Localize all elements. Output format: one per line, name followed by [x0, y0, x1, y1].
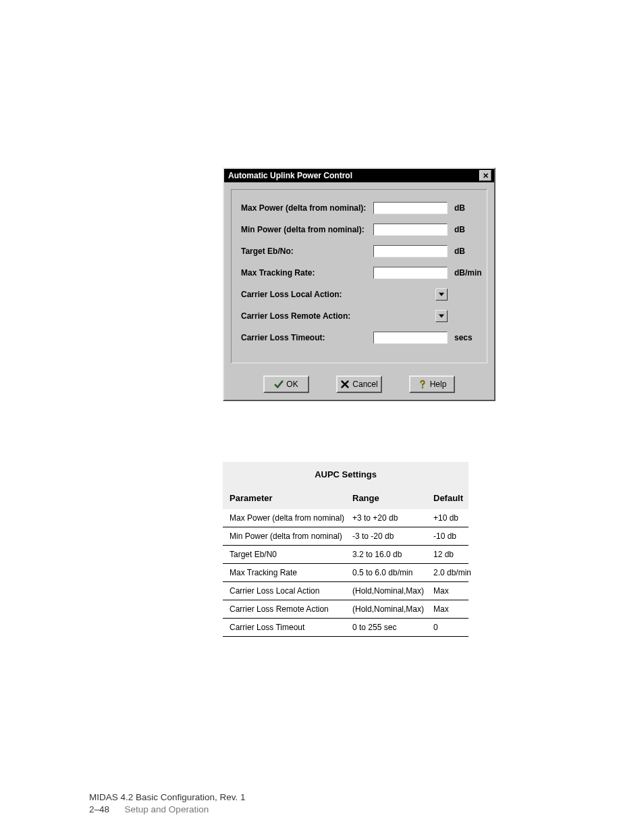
page-number: 2–48 — [89, 804, 109, 814]
help-icon — [418, 380, 427, 389]
field-label: Target Eb/No: — [241, 246, 369, 256]
field-remote-action: Carrier Loss Remote Action: — [241, 310, 477, 322]
page-footer: MIDAS 4.2 Basic Configuration, Rev. 1 2–… — [89, 791, 246, 816]
help-label: Help — [430, 380, 447, 389]
select-body — [373, 310, 435, 322]
field-label: Carrier Loss Local Action: — [241, 290, 369, 299]
aupc-settings-table: AUPC Settings Parameter Range Default Ma… — [223, 462, 468, 637]
section-title: Setup and Operation — [125, 804, 209, 814]
field-label: Min Power (delta from nominal): — [241, 225, 369, 234]
close-icon: ✕ — [483, 172, 489, 180]
cancel-button[interactable]: Cancel — [336, 375, 382, 393]
select-body — [373, 288, 435, 301]
cell-param: Carrier Loss Timeout — [230, 623, 352, 632]
table-row: Carrier Loss Timeout 0 to 255 sec 0 — [223, 619, 468, 637]
cell-default: Max — [433, 604, 475, 614]
header-range: Range — [352, 493, 433, 503]
chevron-down-icon — [439, 292, 444, 296]
field-timeout: Carrier Loss Timeout: secs — [241, 332, 477, 344]
cell-range: 0 to 255 sec — [352, 623, 433, 632]
titlebar[interactable]: Automatic Uplink Power Control ✕ — [224, 169, 494, 182]
cell-range: 3.2 to 16.0 db — [352, 550, 433, 559]
cell-default: +10 db — [433, 513, 475, 523]
table-row: Carrier Loss Remote Action (Hold,Nominal… — [223, 600, 468, 619]
cell-range: -3 to -20 db — [352, 531, 433, 541]
table-row: Target Eb/N0 3.2 to 16.0 db 12 db — [223, 546, 468, 564]
x-icon — [340, 380, 350, 389]
button-row: OK Cancel Help — [224, 370, 494, 400]
cell-range: 0.5 to 6.0 db/min — [352, 568, 433, 577]
cell-param: Target Eb/N0 — [230, 550, 352, 559]
check-icon — [274, 380, 284, 389]
cell-default: 12 db — [433, 550, 475, 559]
min-power-input[interactable] — [373, 224, 448, 236]
field-max-power: Max Power (delta from nominal): dB — [241, 202, 477, 214]
field-label: Carrier Loss Timeout: — [241, 333, 369, 342]
cell-default: Max — [433, 586, 475, 596]
svg-point-2 — [421, 387, 423, 389]
field-max-tracking: Max Tracking Rate: dB/min — [241, 267, 477, 279]
ok-button[interactable]: OK — [263, 375, 309, 393]
field-label: Max Tracking Rate: — [241, 268, 369, 278]
footer-line1: MIDAS 4.2 Basic Configuration, Rev. 1 — [89, 791, 246, 804]
svg-marker-1 — [439, 315, 444, 318]
cancel-label: Cancel — [352, 380, 377, 389]
dialog-title: Automatic Uplink Power Control — [228, 171, 352, 180]
cell-default: 2.0 db/min — [433, 568, 475, 577]
timeout-input[interactable] — [373, 332, 448, 344]
close-button[interactable]: ✕ — [479, 170, 491, 181]
table-row: Min Power (delta from nominal) -3 to -20… — [223, 527, 468, 546]
cell-range: (Hold,Nominal,Max) — [352, 604, 433, 614]
max-tracking-input[interactable] — [373, 267, 448, 279]
local-action-select[interactable] — [373, 288, 448, 301]
table-row: Carrier Loss Local Action (Hold,Nominal,… — [223, 582, 468, 600]
chevron-down-icon — [439, 314, 444, 318]
dialog-body: Max Power (delta from nominal): dB Min P… — [231, 189, 487, 363]
cell-range: (Hold,Nominal,Max) — [352, 586, 433, 596]
table-title-text: AUPC Settings — [315, 469, 377, 479]
footer-line2: 2–48 Setup and Operation — [89, 804, 246, 816]
cell-range: +3 to +20 db — [352, 513, 433, 523]
header-default: Default — [433, 493, 475, 503]
cell-default: 0 — [433, 623, 475, 632]
table-row: Max Power (delta from nominal) +3 to +20… — [223, 509, 468, 527]
page: Automatic Uplink Power Control ✕ Max Pow… — [0, 0, 644, 834]
cell-param: Max Tracking Rate — [230, 568, 352, 577]
field-min-power: Min Power (delta from nominal): dB — [241, 224, 477, 236]
dropdown-button[interactable] — [435, 288, 448, 301]
unit-label: dB/min — [452, 268, 485, 278]
field-target-ebno: Target Eb/No: dB — [241, 245, 477, 257]
ok-label: OK — [286, 380, 298, 389]
field-label: Carrier Loss Remote Action: — [241, 311, 369, 321]
field-label: Max Power (delta from nominal): — [241, 203, 369, 213]
table-row: Max Tracking Rate 0.5 to 6.0 db/min 2.0 … — [223, 564, 468, 582]
cell-param: Carrier Loss Local Action — [230, 586, 352, 596]
field-local-action: Carrier Loss Local Action: — [241, 288, 477, 301]
unit-label: dB — [452, 203, 485, 213]
help-button[interactable]: Help — [409, 375, 455, 393]
unit-label: dB — [452, 246, 485, 256]
dropdown-button[interactable] — [435, 310, 448, 322]
table-title: AUPC Settings — [223, 462, 468, 486]
svg-marker-0 — [439, 293, 444, 296]
cell-param: Max Power (delta from nominal) — [230, 513, 352, 523]
cell-param: Min Power (delta from nominal) — [230, 531, 352, 541]
remote-action-select[interactable] — [373, 310, 448, 322]
cell-param: Carrier Loss Remote Action — [230, 604, 352, 614]
unit-label: secs — [452, 333, 485, 342]
aupc-dialog: Automatic Uplink Power Control ✕ Max Pow… — [223, 167, 495, 401]
target-ebno-input[interactable] — [373, 245, 448, 257]
table-header: Parameter Range Default — [223, 486, 468, 509]
header-parameter: Parameter — [230, 493, 352, 503]
max-power-input[interactable] — [373, 202, 448, 214]
cell-default: -10 db — [433, 531, 475, 541]
unit-label: dB — [452, 225, 485, 234]
